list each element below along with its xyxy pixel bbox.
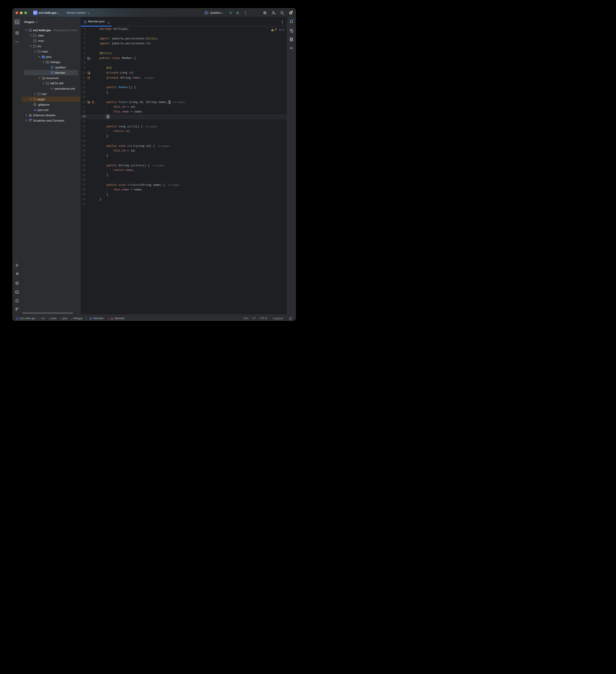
svg-text:a: a (88, 77, 90, 79)
svg-text:m: m (290, 46, 293, 50)
svg-text:</>: </> (50, 88, 54, 90)
svg-text:m: m (111, 318, 113, 320)
svg-text:C: C (90, 318, 92, 320)
svg-text:m: m (34, 108, 36, 112)
svg-text:C: C (51, 72, 53, 74)
svg-text:a: a (93, 101, 94, 103)
svg-text:C: C (84, 21, 86, 23)
